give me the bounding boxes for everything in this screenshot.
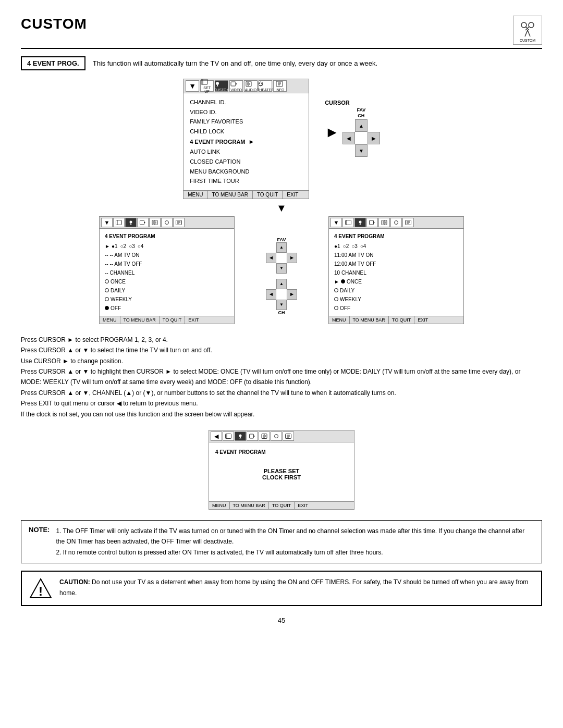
svg-rect-29 xyxy=(140,220,144,225)
svg-rect-40 xyxy=(346,220,351,225)
clock-menu-screen: ◀ 4 EVENT PROGRAM PLEASE SET xyxy=(209,430,354,510)
instructions-block: Press CURSOR ► to select PROGRAM 1, 2, 3… xyxy=(21,335,542,419)
two-screens-row: ▼ xyxy=(21,216,542,324)
left-tab-video xyxy=(137,218,149,227)
page-header: CUSTOM CUSTOM xyxy=(21,16,542,49)
bottombar-exit: EXIT xyxy=(283,191,302,199)
left-bb-toquit: TO QUIT xyxy=(160,316,185,324)
left-tab-setup xyxy=(113,218,125,227)
cell-br xyxy=(368,144,380,157)
right-bottombar: MENU TO MENU BAR TO QUIT EXIT xyxy=(329,316,463,324)
clock-msg-line1: PLEASE SET xyxy=(215,468,348,474)
cell-center xyxy=(355,132,368,144)
custom-icon-label: CUSTOM xyxy=(520,39,535,42)
arrow-cross-top: ▲ ◀ ▶ ▼ xyxy=(342,119,380,157)
left-tab-theater xyxy=(161,218,173,227)
cb-br xyxy=(287,300,297,310)
tab-audio: AUDIO xyxy=(244,80,258,92)
custom-icon-box: CUSTOM xyxy=(513,16,542,45)
clock-message: PLEASE SET CLOCK FIRST xyxy=(215,468,348,480)
left-title: 4 EVENT PROGRAM xyxy=(105,232,229,241)
ch-label: CH xyxy=(358,114,364,118)
radio-once-filled xyxy=(341,279,345,283)
center-fav-ch-bottom: ▲ ◀ ▶ ▼ CH xyxy=(266,279,297,315)
left-tab-custom xyxy=(125,218,137,227)
cell-bl xyxy=(342,144,355,157)
clock-bb-toquit: TO QUIT xyxy=(269,502,295,509)
cursor-arrow-box: ► FAV CH ▲ ◀ ▶ ▼ xyxy=(325,108,380,157)
menu-item-menu-bg: MENU BACKGROUND xyxy=(190,167,302,177)
svg-point-19 xyxy=(261,83,262,84)
right-p3: ○3 xyxy=(351,242,358,251)
page-number: 45 xyxy=(21,616,542,624)
instruction-3: Use CURSOR ► to change position. xyxy=(21,356,542,366)
svg-rect-6 xyxy=(201,79,207,84)
fav-ch-controller-top: FAV CH ▲ ◀ ▶ ▼ xyxy=(342,108,380,157)
note-point-2: 2. If no remote control button is presse… xyxy=(56,547,534,558)
svg-line-5 xyxy=(528,30,530,36)
right-bb-exit: EXIT xyxy=(414,316,431,324)
c-center xyxy=(276,253,287,263)
menu-item-channel-id: CHANNEL ID. xyxy=(190,97,302,107)
right-tab-info xyxy=(402,218,414,227)
svg-line-60 xyxy=(240,437,241,439)
c-br xyxy=(287,263,297,274)
clock-nav-arrow: ◀ xyxy=(211,431,222,441)
cursor-label: CURSOR xyxy=(325,100,350,106)
cb-bl xyxy=(266,300,276,310)
right-bb-tomenubar: TO MENU BAR xyxy=(350,316,389,324)
left-mode-weekly: WEEKLY xyxy=(105,295,229,304)
svg-line-4 xyxy=(525,30,528,36)
right-bb-toquit: TO QUIT xyxy=(389,316,414,324)
svg-rect-56 xyxy=(226,434,231,439)
c-up: ▲ xyxy=(276,242,287,253)
left-tv-off: -- -- AM TV OFF xyxy=(105,260,229,268)
instruction-1: Press CURSOR ► to select PROGRAM 1, 2, 3… xyxy=(21,335,542,345)
left-nav-arrow: ▼ xyxy=(101,218,113,227)
center-ch-label: CH xyxy=(278,310,285,315)
right-tab-setup xyxy=(342,218,354,227)
clock-bottombar: MENU TO MENU BAR TO QUIT EXIT xyxy=(209,501,354,509)
caution-triangle-icon: ! xyxy=(29,577,52,600)
right-menu-content: 4 EVENT PROGRAM ●1 ○2 ○3 ○4 11:00 AM TV … xyxy=(329,229,463,316)
right-program-row: ●1 ○2 ○3 ○4 xyxy=(334,242,458,251)
svg-marker-46 xyxy=(374,221,375,224)
svg-point-58 xyxy=(239,435,242,437)
svg-line-44 xyxy=(360,223,361,225)
clock-tab-theater xyxy=(271,431,282,441)
left-menu-screen: ▼ xyxy=(99,216,235,324)
cell-right: ▶ xyxy=(368,132,380,144)
left-screen-group: ▼ xyxy=(99,216,235,324)
tab-info: INFO xyxy=(273,80,287,92)
right-title: 4 EVENT PROGRAM xyxy=(334,232,458,241)
clock-topbar: ◀ xyxy=(209,430,354,442)
left-tab-audio xyxy=(149,218,161,227)
clock-tab-custom xyxy=(235,431,246,441)
svg-line-10 xyxy=(217,85,218,87)
tab-setup: SET UP xyxy=(200,80,214,92)
menu-item-family-fav: FAMILY FAVORITES xyxy=(190,117,302,127)
svg-line-28 xyxy=(131,223,131,225)
svg-rect-24 xyxy=(116,220,122,225)
right-tab-audio xyxy=(378,218,390,227)
right-p1: ●1 xyxy=(334,242,340,251)
caution-text: Do not use your TV as a deterrent when a… xyxy=(59,578,528,596)
note-box: NOTE: 1. The OFF Timer will only activat… xyxy=(21,520,542,563)
menu-item-child-lock: CHILD LOCK xyxy=(190,127,302,137)
svg-point-26 xyxy=(130,220,132,223)
menu-item-4-event: 4 EVENT PROGRAM ► xyxy=(190,137,302,147)
left-p1: ●1 xyxy=(112,242,118,251)
left-bb-exit: EXIT xyxy=(185,316,202,324)
left-bb-menu: MENU xyxy=(100,316,120,324)
clock-menu-content: 4 EVENT PROGRAM PLEASE SET CLOCK FIRST xyxy=(209,442,354,501)
instruction-6: Press EXIT to quit menu or cursor ◀ to r… xyxy=(21,398,542,409)
caution-label: CAUTION: xyxy=(59,578,90,586)
right-screen-group: ▼ xyxy=(328,216,464,324)
event-prog-row: 4 EVENT PROG. This function will automat… xyxy=(21,56,542,70)
cb-left: ◀ xyxy=(266,289,276,300)
c-right: ▶ xyxy=(287,253,297,263)
radio-once xyxy=(105,279,109,283)
cell-left: ◀ xyxy=(342,132,355,144)
clock-bb-exit: EXIT xyxy=(295,502,311,509)
svg-point-42 xyxy=(359,220,362,223)
